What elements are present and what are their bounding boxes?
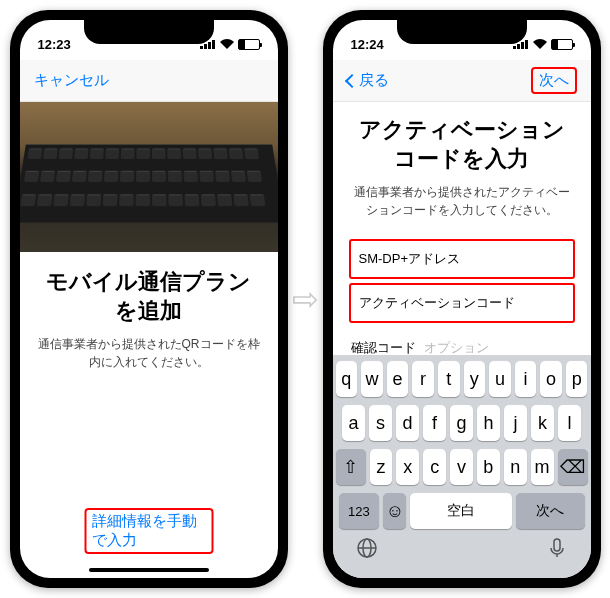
svg-rect-2: [208, 42, 211, 49]
key-r[interactable]: r: [412, 361, 434, 397]
key-u[interactable]: u: [489, 361, 511, 397]
key-c[interactable]: c: [423, 449, 446, 485]
mic-icon[interactable]: [546, 537, 568, 559]
keyboard-row-1: qwertyuiop: [336, 361, 588, 397]
phone-right: 12:24 戻る 次へ アクティベーションコードを入力 通信事業者から提供された…: [323, 10, 601, 588]
status-time: 12:24: [351, 37, 384, 52]
page-subtitle: 通信事業者から提供されたアクティベーションコードを入力してください。: [351, 183, 573, 219]
key-a[interactable]: a: [342, 405, 365, 441]
key-q[interactable]: q: [336, 361, 358, 397]
screen-right: 12:24 戻る 次へ アクティベーションコードを入力 通信事業者から提供された…: [333, 20, 591, 578]
battery-icon: [238, 39, 260, 50]
back-button[interactable]: 戻る: [347, 71, 389, 90]
keyboard-next-key[interactable]: 次へ: [516, 493, 584, 529]
status-icons: [513, 39, 573, 50]
key-z[interactable]: z: [370, 449, 393, 485]
key-y[interactable]: y: [464, 361, 486, 397]
chevron-left-icon: [344, 73, 358, 87]
space-key[interactable]: 空白: [410, 493, 512, 529]
manual-entry-button[interactable]: 詳細情報を手動で入力: [84, 508, 213, 554]
wifi-icon: [533, 39, 547, 49]
keyboard-photo: [20, 144, 278, 222]
key-s[interactable]: s: [369, 405, 392, 441]
key-n[interactable]: n: [504, 449, 527, 485]
camera-preview: [20, 102, 278, 252]
numbers-key[interactable]: 123: [339, 493, 380, 529]
keyboard-row-4: 123 ☺ 空白 次へ: [336, 493, 588, 529]
svg-rect-0: [200, 46, 203, 49]
key-d[interactable]: d: [396, 405, 419, 441]
ios-keyboard: qwertyuiop asdfghjkl ⇧ zxcvbnm ⌫ 123 ☺ 空…: [333, 355, 591, 578]
nav-bar: キャンセル: [20, 60, 278, 102]
globe-icon[interactable]: [356, 537, 378, 559]
wifi-icon: [220, 39, 234, 49]
backspace-key[interactable]: ⌫: [558, 449, 588, 485]
key-h[interactable]: h: [477, 405, 500, 441]
manual-entry-container: 詳細情報を手動で入力: [84, 508, 213, 554]
key-m[interactable]: m: [531, 449, 554, 485]
key-l[interactable]: l: [558, 405, 581, 441]
page-title: モバイル通信プランを追加: [38, 268, 260, 325]
svg-rect-1: [204, 44, 207, 49]
emoji-key[interactable]: ☺: [383, 493, 406, 529]
page-title: アクティベーションコードを入力: [351, 116, 573, 173]
notch: [397, 20, 527, 44]
keyboard-footer: [336, 529, 588, 575]
status-icons: [200, 39, 260, 50]
key-w[interactable]: w: [361, 361, 383, 397]
svg-rect-3: [212, 40, 215, 49]
svg-rect-11: [554, 539, 560, 551]
key-v[interactable]: v: [450, 449, 473, 485]
svg-rect-5: [517, 44, 520, 49]
arrow-icon: ⇨: [292, 280, 319, 318]
nav-bar: 戻る 次へ: [333, 60, 591, 102]
keyboard-row-2: asdfghjkl: [336, 405, 588, 441]
svg-rect-7: [525, 40, 528, 49]
cancel-button[interactable]: キャンセル: [34, 71, 109, 90]
status-time: 12:23: [38, 37, 71, 52]
keyboard-row-3: ⇧ zxcvbnm ⌫: [336, 449, 588, 485]
key-f[interactable]: f: [423, 405, 446, 441]
activation-code-field[interactable]: アクティベーションコード: [349, 283, 575, 323]
shift-key[interactable]: ⇧: [336, 449, 366, 485]
key-b[interactable]: b: [477, 449, 500, 485]
key-e[interactable]: e: [387, 361, 409, 397]
svg-rect-4: [513, 46, 516, 49]
key-j[interactable]: j: [504, 405, 527, 441]
home-indicator[interactable]: [89, 568, 209, 572]
notch: [84, 20, 214, 44]
key-k[interactable]: k: [531, 405, 554, 441]
battery-icon: [551, 39, 573, 50]
key-i[interactable]: i: [515, 361, 537, 397]
next-button[interactable]: 次へ: [531, 67, 577, 94]
form-fields: SM-DP+アドレス アクティベーションコード 確認コードオプション: [351, 239, 573, 370]
smdp-address-field[interactable]: SM-DP+アドレス: [349, 239, 575, 279]
key-o[interactable]: o: [540, 361, 562, 397]
screen-left: 12:23 キャンセル モバイル通信プランを追加 通信事業者から提供されたQRコ…: [20, 20, 278, 578]
key-x[interactable]: x: [396, 449, 419, 485]
key-g[interactable]: g: [450, 405, 473, 441]
svg-rect-6: [521, 42, 524, 49]
page-subtitle: 通信事業者から提供されたQRコードを枠内に入れてください。: [38, 335, 260, 371]
key-t[interactable]: t: [438, 361, 460, 397]
content-area: アクティベーションコードを入力 通信事業者から提供されたアクティベーションコード…: [333, 102, 591, 384]
key-p[interactable]: p: [566, 361, 588, 397]
phone-left: 12:23 キャンセル モバイル通信プランを追加 通信事業者から提供されたQRコ…: [10, 10, 288, 588]
